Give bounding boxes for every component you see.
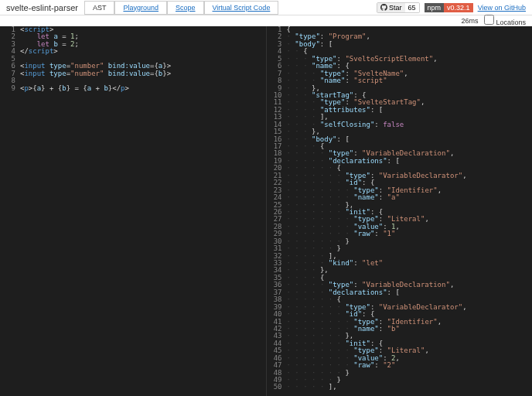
- github-star-count: 65: [405, 3, 419, 12]
- ast-line: 50· · · · · ],: [267, 384, 533, 391]
- npm-badge[interactable]: npm v0.32.1: [425, 3, 473, 12]
- source-line: 9<p>{a} + {b} = {a + b}</p>: [0, 85, 266, 92]
- source-line: 7<input type="number" bind:value={b}>: [0, 70, 266, 77]
- github-star-badge[interactable]: Star 65: [377, 2, 420, 13]
- tab-scope[interactable]: Scope: [167, 1, 204, 15]
- header-right: Star 65 npm v0.32.1 View on GitHub: [377, 2, 526, 13]
- npm-version: v0.32.1: [444, 3, 473, 12]
- header-left: svelte-eslint-parser ASTPlaygroundScopeV…: [6, 1, 278, 15]
- tab-ast[interactable]: AST: [84, 1, 115, 15]
- parse-time: 26ms: [461, 17, 478, 25]
- github-icon: [380, 4, 387, 11]
- ast-viewer[interactable]: 1{2· "type": "Program",3· "body": [4· · …: [267, 26, 533, 396]
- view-on-github-link[interactable]: View on GitHub: [478, 4, 526, 12]
- npm-label: npm: [425, 3, 445, 12]
- header-bar: svelte-eslint-parser ASTPlaygroundScopeV…: [0, 0, 532, 15]
- source-editor[interactable]: 1<script>2 let a = 1;3 let b = 2;4</scri…: [0, 26, 267, 396]
- locations-label: Locations: [496, 19, 526, 26]
- github-star-label: Star: [389, 4, 402, 12]
- tab-strip: ASTPlaygroundScopeVirtual Script Code: [84, 1, 278, 15]
- app-title: svelte-eslint-parser: [6, 3, 78, 12]
- stats-bar: 26ms Locations: [0, 15, 532, 26]
- tab-virtual-script-code[interactable]: Virtual Script Code: [204, 1, 279, 15]
- source-line: 4</script>: [0, 48, 266, 55]
- tab-playground[interactable]: Playground: [114, 1, 167, 15]
- locations-checkbox[interactable]: [484, 15, 494, 25]
- locations-toggle[interactable]: Locations: [484, 15, 526, 26]
- editor-split: 1<script>2 let a = 1;3 let b = 2;4</scri…: [0, 26, 532, 396]
